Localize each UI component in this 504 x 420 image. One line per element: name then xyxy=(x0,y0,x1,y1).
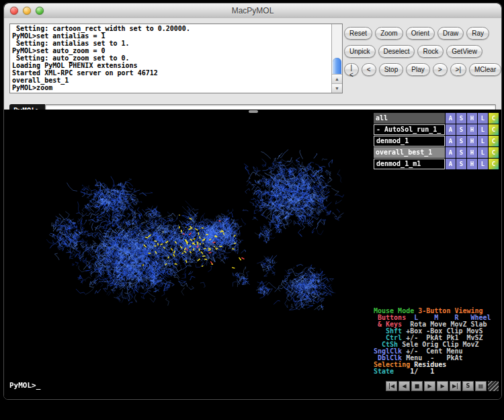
movie-play-button[interactable]: ▶ xyxy=(424,381,435,391)
show-menu-button[interactable]: S xyxy=(456,147,466,158)
step-forward-button[interactable]: > xyxy=(433,63,448,76)
label-menu-button[interactable]: L xyxy=(478,159,488,169)
macpymol-window: MacPyMOL Setting: cartoon_rect_width set… xyxy=(3,3,502,400)
show-menu-button[interactable]: S xyxy=(456,159,466,169)
movie-step-back-button[interactable]: ◀ xyxy=(398,381,410,391)
color-menu-button[interactable]: C xyxy=(489,136,499,146)
console-line: Loading PyMOL PHENIX extensions xyxy=(12,62,330,69)
object-row-denmod-1: denmod_1 A S H L C xyxy=(374,136,499,146)
button-panel: Reset Zoom Orient Draw Ray Unpick Desele… xyxy=(344,27,500,81)
movie-step-forward-button[interactable]: ▶ xyxy=(437,381,448,391)
rock-button[interactable]: Rock xyxy=(417,45,444,58)
scroll-up-arrow-icon[interactable]: ▲ xyxy=(332,74,342,83)
color-menu-button[interactable]: C xyxy=(489,124,499,135)
step-back-button[interactable]: < xyxy=(362,63,376,76)
hide-menu-button[interactable]: H xyxy=(467,136,477,146)
movie-controls: |◀ ◀ ■ ▶ ▶ ▶| S ▦ xyxy=(386,381,499,391)
object-name[interactable]: overall_best_1 xyxy=(374,147,445,158)
object-row-denmod-1-m1: denmod_1_m1 A S H L C xyxy=(374,159,499,169)
color-menu-button[interactable]: C xyxy=(489,147,499,158)
mclear-button[interactable]: MClear xyxy=(469,63,501,76)
console-line: overall_best_1 xyxy=(12,77,330,84)
title-bar[interactable]: MacPyMOL xyxy=(4,3,501,19)
scrollbar-arrows: ▲ ▼ xyxy=(332,74,342,93)
console-line: Setting: cartoon_rect_width set to 0.200… xyxy=(12,25,330,32)
molecule-render-canvas[interactable] xyxy=(4,110,372,399)
window-title: MacPyMOL xyxy=(4,3,501,18)
button-row-2: Unpick Deselect Rock GetView xyxy=(344,45,500,58)
color-menu-button[interactable]: C xyxy=(489,159,499,169)
label-menu-button[interactable]: L xyxy=(478,124,488,135)
end-button[interactable]: >| xyxy=(450,63,466,76)
play-button[interactable]: Play xyxy=(406,63,429,76)
state-line: State 1/ 1 xyxy=(374,368,499,375)
desktop: MacPyMOL Setting: cartoon_rect_width set… xyxy=(0,0,504,420)
draw-button[interactable]: Draw xyxy=(437,27,464,40)
console-line: Setting: antialias set to 1. xyxy=(12,40,330,47)
getview-button[interactable]: GetView xyxy=(446,45,482,58)
action-menu-button[interactable]: A xyxy=(446,136,456,146)
object-row-overall-best-1: overall_best_1 A S H L C xyxy=(374,147,499,158)
scroll-down-arrow-icon[interactable]: ▼ xyxy=(332,83,342,93)
scene-button[interactable]: S xyxy=(462,381,474,391)
object-row-autosol: - AutoSol_run_1_ A S H L C xyxy=(374,124,499,135)
window-controls xyxy=(10,7,44,15)
viewport-command-prompt[interactable]: PyMOL>_ xyxy=(9,381,40,390)
object-name[interactable]: denmod_1 xyxy=(374,136,445,146)
show-menu-button[interactable]: S xyxy=(456,124,466,135)
console-line: Setting: auto_zoom set to 0. xyxy=(12,54,330,62)
orient-button[interactable]: Orient xyxy=(406,27,435,40)
console-output[interactable]: Setting: cartoon_rect_width set to 0.200… xyxy=(9,24,343,93)
button-row-3: |< < Stop Play > >| MClear xyxy=(344,63,500,76)
object-row-all: all A S H L C xyxy=(374,113,499,124)
color-menu-button[interactable]: C xyxy=(489,113,499,124)
console-line: Started XML-RPC server on port 46712 xyxy=(12,69,330,77)
action-menu-button[interactable]: A xyxy=(446,113,456,124)
action-menu-button[interactable]: A xyxy=(446,159,456,169)
console-line: PyMOL>zoom xyxy=(12,84,330,91)
button-row-1: Reset Zoom Orient Draw Ray xyxy=(344,27,500,40)
pane-divider-grip[interactable] xyxy=(249,110,258,113)
reset-button[interactable]: Reset xyxy=(344,27,372,40)
rewind-button[interactable]: |< xyxy=(344,63,359,76)
resize-grip[interactable] xyxy=(488,381,499,391)
action-menu-button[interactable]: A xyxy=(446,147,456,158)
stop-button[interactable]: Stop xyxy=(379,63,404,76)
ray-button[interactable]: Ray xyxy=(466,27,489,40)
label-menu-button[interactable]: L xyxy=(478,136,488,146)
unpick-button[interactable]: Unpick xyxy=(344,45,376,58)
hide-menu-button[interactable]: H xyxy=(467,124,477,135)
hide-menu-button[interactable]: H xyxy=(467,113,477,124)
viewport: all A S H L C - AutoSol_run_1_ A S H L C… xyxy=(4,110,501,399)
console-scrollbar[interactable]: ▲ ▼ xyxy=(331,24,342,93)
upper-panel: Setting: cartoon_rect_width set to 0.200… xyxy=(4,18,501,110)
hide-menu-button[interactable]: H xyxy=(467,147,477,158)
console-text: Setting: cartoon_rect_width set to 0.200… xyxy=(10,24,342,92)
label-menu-button[interactable]: L xyxy=(478,113,488,124)
object-name[interactable]: denmod_1_m1 xyxy=(374,159,445,169)
mouse-help-panel: Mouse Mode 3-Button Viewing Buttons L M … xyxy=(374,308,499,375)
hide-menu-button[interactable]: H xyxy=(467,159,477,169)
deselect-button[interactable]: Deselect xyxy=(378,45,415,58)
label-menu-button[interactable]: L xyxy=(478,147,488,158)
object-name[interactable]: all xyxy=(374,113,445,124)
movie-rewind-button[interactable]: |◀ xyxy=(386,381,397,391)
show-menu-button[interactable]: S xyxy=(456,136,466,146)
console-line: PyMOL>set auto_zoom = 0 xyxy=(12,47,330,54)
minimize-button[interactable] xyxy=(23,7,31,15)
movie-end-button[interactable]: ▶| xyxy=(450,381,461,391)
show-menu-button[interactable]: S xyxy=(456,113,466,124)
action-menu-button[interactable]: A xyxy=(446,124,456,135)
console-line: PyMOL>set antialias = 1 xyxy=(12,32,330,40)
zoom-button[interactable]: Zoom xyxy=(375,27,403,40)
object-name[interactable]: - AutoSol_run_1_ xyxy=(374,124,445,135)
movie-stop-button[interactable]: ■ xyxy=(411,381,423,391)
maximize-button[interactable] xyxy=(36,7,44,15)
grid-button[interactable]: ▦ xyxy=(475,381,487,391)
close-button[interactable] xyxy=(10,7,18,15)
object-panel: all A S H L C - AutoSol_run_1_ A S H L C… xyxy=(374,113,499,170)
